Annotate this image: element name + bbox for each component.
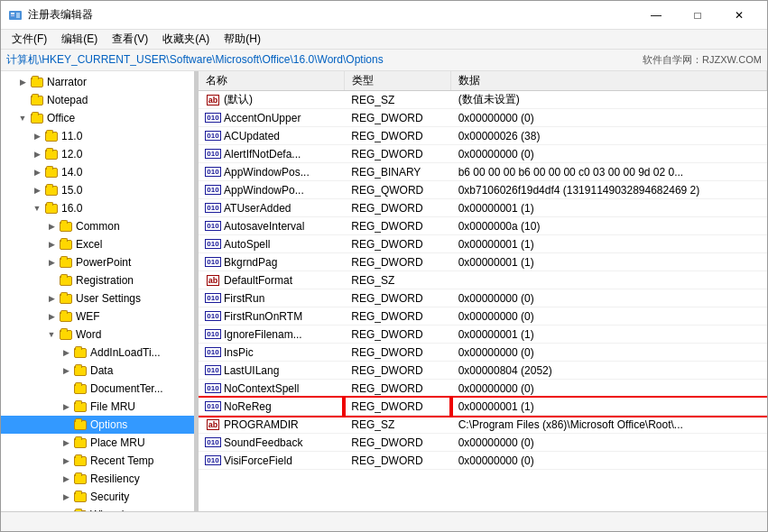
expand-icon[interactable]: ▶ (30, 165, 44, 179)
tree-item-recenttemp[interactable]: ▶Recent Temp (1, 452, 194, 470)
expand-icon[interactable]: ▶ (30, 147, 44, 161)
expand-icon[interactable]: ▶ (59, 454, 73, 468)
table-row[interactable]: 010AutosaveIntervalREG_DWORD0x0000000a (… (199, 217, 767, 235)
table-row[interactable]: abDefaultFormatREG_SZ (199, 271, 767, 289)
menu-item-文件(F)[interactable]: 文件(F) (5, 30, 54, 49)
menu-item-编辑(E)[interactable]: 编辑(E) (54, 30, 105, 49)
expand-icon[interactable]: ▶ (30, 129, 44, 143)
expand-icon[interactable]: ▼ (15, 111, 30, 125)
tree-item-label: 12.0 (61, 148, 82, 161)
table-row[interactable]: 010IgnoreFilenam...REG_DWORD0x00000001 (… (199, 326, 767, 344)
tree-item-filemru[interactable]: ▶File MRU (1, 398, 194, 416)
tree-item-powerpoint[interactable]: ▶PowerPoint (1, 253, 194, 271)
tree-item-addInLoad[interactable]: ▶AddInLoadTi... (1, 344, 194, 362)
table-row[interactable]: ab(默认)REG_SZ(数值未设置) (199, 91, 767, 109)
tree-item-placemru[interactable]: ▶Place MRU (1, 434, 194, 452)
reg-name-value: IgnoreFilenam... (224, 328, 302, 341)
expand-icon[interactable]: ▶ (44, 291, 59, 306)
tree-item-12[interactable]: ▶12.0 (1, 145, 194, 163)
table-row[interactable]: 010ATUserAddedREG_DWORD0x00000001 (1) (199, 199, 767, 217)
table-row[interactable]: 010InsPicREG_DWORD0x00000000 (0) (199, 344, 767, 362)
tree-item-office[interactable]: ▼Office (1, 109, 194, 127)
expand-icon[interactable]: ▶ (44, 255, 59, 270)
reg-data-cell: 0x00000000 (0) (451, 380, 767, 398)
tree-item-wef[interactable]: ▶WEF (1, 307, 194, 326)
tree-item-options[interactable]: Options (1, 416, 194, 434)
reg-type-cell: REG_DWORD (344, 307, 450, 326)
table-row[interactable]: 010AppWindowPos...REG_BINARYb6 00 00 00 … (199, 163, 767, 181)
col-name: 名称 (199, 71, 344, 91)
expand-icon[interactable]: ▶ (30, 183, 44, 197)
table-row[interactable]: 010NoReRegREG_DWORD0x00000001 (1) (199, 398, 767, 416)
tree-item-common[interactable]: ▶Common (1, 217, 194, 235)
table-row[interactable]: abPROGRAMDIRREG_SZC:\Program Files (x86)… (199, 416, 767, 434)
table-row[interactable]: 010FirstRunREG_DWORD0x00000000 (0) (199, 289, 767, 307)
expand-icon[interactable]: ▼ (30, 201, 44, 216)
table-row[interactable]: 010BkgrndPagREG_DWORD0x00000001 (1) (199, 253, 767, 271)
expand-icon[interactable]: ▶ (59, 436, 73, 450)
tree-item-security[interactable]: ▶Security (1, 488, 194, 506)
tree-item-11[interactable]: ▶11.0 (1, 127, 194, 145)
expand-icon[interactable]: ▶ (59, 472, 73, 486)
table-row[interactable]: 010VisiForceFieldREG_DWORD0x00000000 (0) (199, 452, 767, 470)
reg-dword-icon: 010 (206, 346, 220, 359)
tree-item-label: Notepad (47, 94, 88, 106)
address-bar: 计算机\HKEY_CURRENT_USER\Software\Microsoft… (1, 50, 767, 71)
menu-item-查看(V)[interactable]: 查看(V) (105, 30, 155, 49)
reg-data-cell: 0x00000000 (0) (451, 434, 767, 452)
reg-type-cell: REG_SZ (344, 271, 450, 289)
menu-item-帮助(H)[interactable]: 帮助(H) (217, 30, 268, 49)
table-row[interactable]: 010AlertIfNotDefa...REG_DWORD0x00000000 … (199, 145, 767, 163)
minimize-button[interactable]: — (635, 1, 677, 30)
table-row[interactable]: 010ACUpdatedREG_DWORD0x00000026 (38) (199, 127, 767, 145)
expand-icon[interactable]: ▶ (59, 490, 73, 504)
tree-item-documentter[interactable]: DocumentTer... (1, 380, 194, 398)
expand-icon[interactable]: ▶ (59, 345, 73, 360)
tree-item-excel[interactable]: ▶Excel (1, 235, 194, 253)
reg-sz-icon: ab (206, 94, 220, 106)
tree-item-15[interactable]: ▶15.0 (1, 181, 194, 199)
folder-icon (73, 364, 88, 377)
expand-icon[interactable]: ▶ (44, 309, 59, 324)
reg-name-value: (默认) (224, 92, 253, 107)
expand-icon[interactable]: ▶ (15, 75, 30, 89)
menu-item-收藏夹(A)[interactable]: 收藏夹(A) (155, 30, 217, 49)
tree-item-16[interactable]: ▼16.0 (1, 199, 194, 217)
expand-icon[interactable]: ▶ (59, 363, 73, 378)
tree-item-data[interactable]: ▶Data (1, 362, 194, 380)
tree-item-word[interactable]: ▼Word (1, 326, 194, 344)
expand-icon[interactable]: ▶ (44, 237, 59, 252)
registry-editor-window: 注册表编辑器 — □ ✕ 文件(F)编辑(E)查看(V)收藏夹(A)帮助(H) … (0, 0, 768, 532)
tree-item-label: Word (76, 328, 101, 341)
tree-item-14[interactable]: ▶14.0 (1, 163, 194, 181)
table-row[interactable]: 010AccentOnUpperREG_DWORD0x00000000 (0) (199, 109, 767, 127)
tree-item-label: PowerPoint (76, 256, 131, 269)
reg-name-value: AppWindowPo... (224, 184, 304, 197)
reg-type-cell: REG_DWORD (344, 344, 450, 362)
tree-panel: ▶NarratorNotepad▼Office▶11.0▶12.0▶14.0▶1… (1, 71, 195, 511)
close-button[interactable]: ✕ (718, 1, 760, 30)
tree-item-notepad[interactable]: Notepad (1, 91, 194, 109)
maximize-button[interactable]: □ (677, 1, 718, 30)
reg-name-cell: 010NoReReg (199, 398, 344, 416)
folder-icon (30, 94, 44, 106)
tree-item-resiliency[interactable]: ▶Resiliency (1, 470, 194, 488)
table-row[interactable]: 010NoContextSpellREG_DWORD0x00000000 (0) (199, 380, 767, 398)
reg-sz-icon: ab (206, 418, 220, 431)
table-row[interactable]: 010AutoSpellREG_DWORD0x00000001 (1) (199, 235, 767, 253)
table-row[interactable]: 010FirstRunOnRTMREG_DWORD0x00000000 (0) (199, 307, 767, 326)
reg-type-cell: REG_QWORD (344, 181, 450, 199)
tree-item-narrator[interactable]: ▶Narrator (1, 73, 194, 91)
reg-name-value: SoundFeedback (224, 436, 302, 449)
table-row[interactable]: 010AppWindowPo...REG_QWORD0xb7106026f19d… (199, 181, 767, 199)
expand-icon[interactable]: ▶ (44, 219, 59, 234)
table-row[interactable]: 010LastUILangREG_DWORD0x00000804 (2052) (199, 362, 767, 380)
tree-item-usersettings[interactable]: ▶User Settings (1, 289, 194, 307)
table-row[interactable]: 010SoundFeedbackREG_DWORD0x00000000 (0) (199, 434, 767, 452)
expand-icon[interactable]: ▼ (44, 327, 59, 342)
tree-item-registration[interactable]: Registration (1, 271, 194, 289)
expand-icon[interactable]: ▶ (59, 399, 73, 414)
reg-name-value: LastUILang (224, 364, 279, 377)
reg-binary-icon: 010 (206, 166, 220, 179)
folder-icon (44, 202, 59, 215)
